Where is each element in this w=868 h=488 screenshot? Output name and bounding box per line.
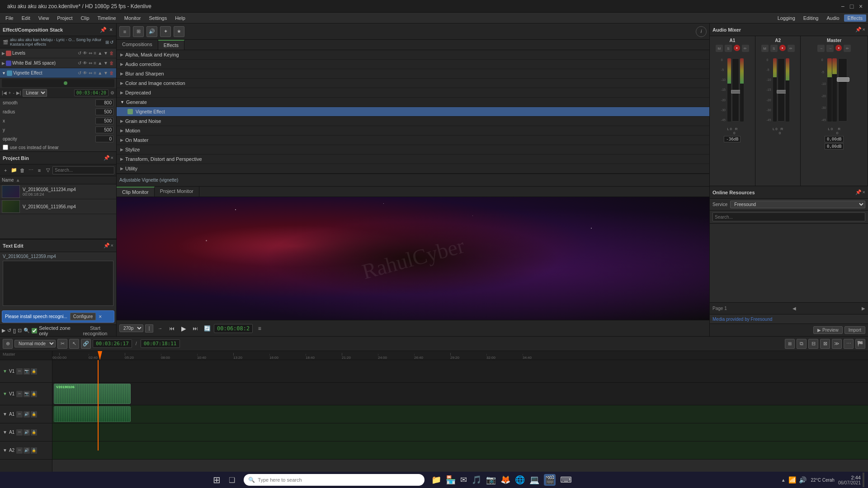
category-utility[interactable]: ▶ Utility [117, 164, 709, 174]
keyframe-settings[interactable]: ⚙ [110, 90, 114, 95]
param-value-smooth[interactable] [95, 99, 113, 106]
category-deprecated[interactable]: ▶ Deprecated [117, 88, 709, 98]
interpolation-select[interactable]: Linear [23, 89, 47, 97]
fader-a2[interactable] [778, 58, 785, 122]
app-icon-camera[interactable]: 📷 [486, 475, 496, 485]
zone-checkbox-input[interactable] [32, 328, 37, 333]
menu-clip[interactable]: Clip [77, 14, 93, 22]
category-stylize-header[interactable]: ▶ Stylize [117, 145, 709, 155]
category-transform[interactable]: ▶ Transform, Distort and Perspective [117, 155, 709, 164]
timeline-markers-btn[interactable]: 🏁 [855, 339, 865, 349]
list-item[interactable]: V_20190106_111956.mp4 [0, 199, 116, 214]
compare-icon3[interactable]: ⇔ [88, 70, 93, 76]
audio-icon2[interactable]: 🔊 [24, 429, 30, 436]
lock-icon2[interactable]: 🔒 [31, 391, 37, 397]
clip-block-video[interactable]: V20190106 [54, 384, 131, 404]
edit-btn-a1[interactable]: ✏ [742, 45, 749, 52]
fader-knob-a2[interactable] [777, 90, 787, 94]
keyframe-bar[interactable] [2, 79, 114, 87]
expand-icon[interactable]: ⊞ [105, 40, 109, 45]
start-recognition-button[interactable]: Start recognition [76, 324, 114, 337]
text-loop-btn[interactable]: ↺ [7, 328, 11, 333]
timeline-ripple-btn[interactable]: ≫ [832, 339, 842, 349]
audio-icon3[interactable]: 🔊 [24, 447, 30, 454]
reset-icon3[interactable]: ↺ [77, 70, 82, 76]
eye-icon2[interactable]: 👁 [82, 60, 88, 66]
menu-file[interactable]: File [2, 14, 17, 22]
tray-volume-icon[interactable]: 🔊 [799, 476, 807, 483]
maximize-button[interactable]: □ [848, 3, 855, 10]
timeline-more-btn[interactable]: ⋯ [844, 339, 854, 349]
reset-icon[interactable]: ↺ [77, 50, 82, 56]
solo-btn-a2[interactable]: S [770, 45, 778, 52]
scissors-icon2[interactable]: ✂ [16, 391, 23, 397]
mode-select[interactable]: Normal mode [14, 340, 56, 347]
category-motion-header[interactable]: ▶ Motion [117, 126, 709, 136]
eye-icon[interactable]: 👁 [82, 50, 88, 56]
menu-help[interactable]: Help [171, 14, 189, 22]
tab-editing[interactable]: Editing [800, 14, 822, 22]
delete-icon3[interactable]: 🗑 [109, 70, 114, 76]
keyframe-add[interactable]: + [9, 90, 11, 95]
category-onmaster[interactable]: ▶ On Master [117, 136, 709, 145]
mute-btn-master[interactable]: ● [835, 45, 842, 51]
tab-effects[interactable]: Effects [158, 40, 184, 50]
category-audio[interactable]: ▶ Audio correction [117, 60, 709, 69]
show-desktop-btn[interactable] [863, 473, 864, 487]
preview-btn-loop[interactable]: 🔄 [202, 324, 212, 333]
cos-checkbox[interactable] [3, 145, 8, 150]
app-icon-terminal[interactable]: 💻 [529, 475, 539, 485]
edit-btn-a2[interactable]: ✏ [788, 45, 795, 52]
category-alpha[interactable]: ▶ Alpha, Mask and Keying [117, 50, 709, 60]
edit-btn-master[interactable]: ✏ [844, 45, 851, 52]
effect-item-levels[interactable]: ▶ Levels ↺ 👁 ⇔ ≡ ▲ ▼ 🗑 [0, 48, 116, 58]
category-transform-header[interactable]: ▶ Transform, Distort and Perspective [117, 155, 709, 164]
fader-master[interactable] [838, 58, 847, 122]
category-grain-header[interactable]: ▶ Grain and Noise [117, 117, 709, 126]
track-row-a2[interactable] [52, 441, 868, 460]
close-stack-icon[interactable]: × [108, 26, 113, 34]
category-generate-header[interactable]: ▼ Generate [117, 98, 709, 107]
app-icon-mail[interactable]: ✉ [460, 475, 467, 485]
app-icon-music[interactable]: 🎵 [472, 475, 481, 485]
taskbar-search-input[interactable] [258, 477, 420, 483]
preview-menu-btn[interactable]: ≡ [255, 324, 264, 333]
speech-close-button[interactable]: × [99, 314, 102, 320]
compare-icon[interactable]: ⇔ [88, 50, 93, 56]
category-generate[interactable]: ▼ Generate Vignette Effect [117, 98, 709, 117]
effects-info-btn[interactable]: i [696, 26, 707, 37]
down-icon[interactable]: ▼ [103, 50, 108, 56]
menu-project[interactable]: Project [53, 14, 76, 22]
app-icon-store[interactable]: 🏪 [446, 475, 456, 485]
preview-audio-btn[interactable]: ▶ Preview [813, 326, 842, 334]
scissors-icon4[interactable]: ✂ [16, 429, 23, 436]
down-icon2[interactable]: ▼ [103, 60, 108, 66]
lock-icon5[interactable]: 🔒 [31, 447, 37, 454]
up-icon2[interactable]: ▲ [97, 60, 103, 66]
eye-icon3[interactable]: 👁 [82, 70, 88, 76]
scissors-icon3[interactable]: ✂ [16, 411, 23, 418]
bin-filter-btn[interactable]: ▽ [44, 166, 52, 175]
pin-icon[interactable]: 📌 [99, 26, 108, 34]
page-next-btn[interactable]: ▶ [862, 306, 865, 311]
menu-monitor[interactable]: Monitor [121, 14, 145, 22]
reset-icon2[interactable]: ↺ [77, 60, 82, 66]
category-color[interactable]: ▶ Color and Image correction [117, 79, 709, 88]
effect-collapse-icon[interactable]: ▼ [2, 71, 6, 75]
preview-btn-rewind[interactable]: ⏮ [167, 324, 177, 333]
category-utility-header[interactable]: ▶ Utility [117, 164, 709, 174]
param-value-x[interactable] [95, 117, 113, 124]
effects-audio-btn[interactable]: 🔊 [146, 26, 157, 37]
preview-btn-fit[interactable]: | [145, 324, 153, 333]
keyframe-remove[interactable]: - [13, 90, 14, 95]
close-textedit-icon[interactable]: × [111, 243, 113, 249]
effects-grid-btn[interactable]: ⊞ [133, 26, 144, 37]
param-value-opacity[interactable] [95, 136, 113, 142]
pin-icon2[interactable]: 📌 [104, 155, 110, 161]
category-deprecated-header[interactable]: ▶ Deprecated [117, 88, 709, 98]
app-icon-explorer[interactable]: 📁 [431, 475, 441, 485]
track-row-a1-2[interactable] [52, 423, 868, 441]
preview-btn-forward[interactable]: ⏭ [190, 324, 200, 333]
tray-network-icon[interactable]: 📶 [788, 476, 796, 483]
track-row-v1-lower[interactable]: V20190106 [52, 383, 868, 405]
